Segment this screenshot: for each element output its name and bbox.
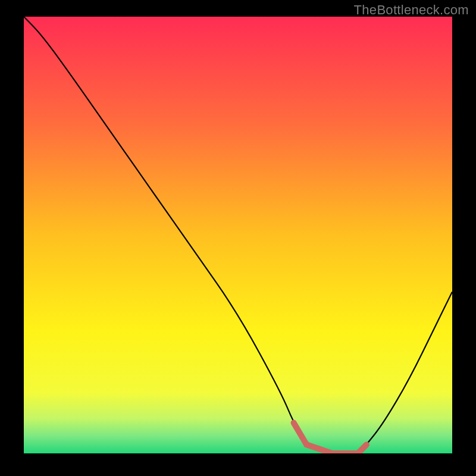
plot-area xyxy=(24,17,452,453)
bottleneck-curve xyxy=(24,17,452,453)
highlight-segment xyxy=(294,423,367,453)
watermark-text: TheBottleneck.com xyxy=(354,2,469,18)
curve-line xyxy=(24,17,452,453)
chart-frame: TheBottleneck.com xyxy=(0,0,476,476)
